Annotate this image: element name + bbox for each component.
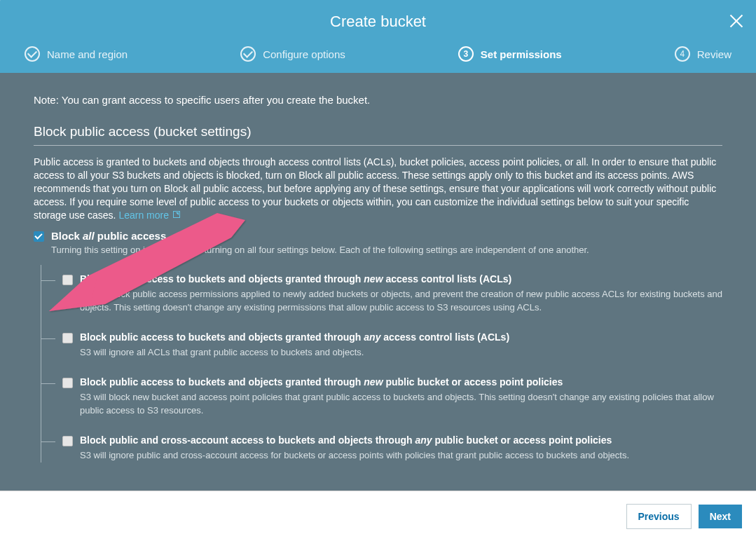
sub-checkbox[interactable] [62, 275, 73, 285]
modal-title: Create bucket [0, 0, 756, 31]
next-button[interactable]: Next [699, 505, 742, 528]
sub-description: S3 will ignore public and cross-account … [80, 449, 722, 463]
learn-more-link[interactable]: Learn more [118, 210, 179, 221]
section-title: Block public access (bucket settings) [34, 124, 722, 146]
block-all-description: Turning this setting on is the same as t… [51, 245, 722, 255]
previous-button[interactable]: Previous [626, 504, 692, 529]
step-label: Review [697, 48, 731, 60]
modal-footer: Previous Next [0, 491, 756, 541]
sub-description: S3 will block new bucket and access poin… [80, 391, 722, 418]
step-label: Set permissions [481, 48, 562, 60]
step-configure-options[interactable]: Configure options [240, 46, 345, 62]
sub-settings-tree: Block public access to buckets and objec… [41, 265, 722, 462]
note-text: Note: You can grant access to specific u… [34, 94, 722, 106]
step-review[interactable]: 4 Review [675, 46, 731, 62]
check-icon [25, 46, 40, 62]
sub-setting-new-policies: Block public access to buckets and objec… [41, 368, 722, 426]
block-all-checkbox[interactable] [34, 231, 44, 242]
step-label: Name and region [47, 48, 128, 60]
sub-checkbox[interactable] [62, 378, 73, 388]
step-number-icon: 3 [458, 46, 474, 62]
wizard-steps: Name and region Configure options 3 Set … [0, 46, 756, 62]
block-all-label: Block all public access [51, 230, 166, 242]
sub-title: Block public and cross-account access to… [80, 434, 612, 446]
sub-setting-any-policies: Block public and cross-account access to… [41, 426, 722, 463]
check-icon [240, 46, 256, 62]
sub-checkbox[interactable] [62, 333, 73, 343]
external-link-icon [173, 211, 180, 218]
sub-title: Block public access to buckets and objec… [80, 331, 509, 343]
section-description: Public access is granted to buckets and … [34, 156, 722, 221]
step-name-and-region[interactable]: Name and region [25, 46, 128, 62]
sub-checkbox[interactable] [62, 436, 73, 446]
step-set-permissions[interactable]: 3 Set permissions [458, 46, 562, 62]
sub-setting-new-acls: Block public access to buckets and objec… [41, 265, 722, 323]
sub-description: S3 will block public access permissions … [80, 288, 722, 315]
sub-title: Block public access to buckets and objec… [80, 376, 563, 388]
close-icon[interactable] [728, 13, 745, 29]
step-label: Configure options [263, 48, 345, 60]
sub-setting-any-acls: Block public access to buckets and objec… [41, 323, 722, 368]
step-number-icon: 4 [675, 46, 690, 62]
sub-description: S3 will ignore all ACLs that grant publi… [80, 346, 722, 359]
sub-title: Block public access to buckets and objec… [80, 273, 511, 285]
